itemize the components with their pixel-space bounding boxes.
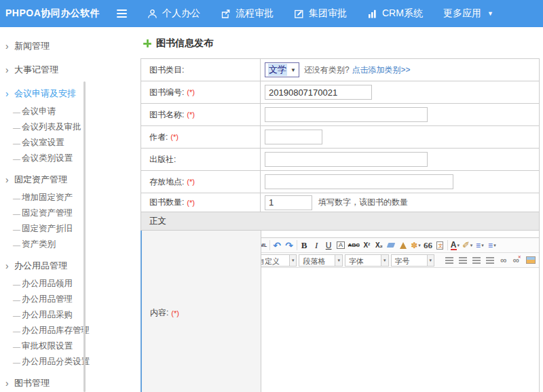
sidebar-item[interactable]: › 图书管理 bbox=[0, 373, 132, 392]
blockquote-icon[interactable]: 66 bbox=[423, 239, 433, 251]
unordered-list-icon[interactable]: ≡ ▾ bbox=[487, 239, 497, 251]
location-input[interactable] bbox=[265, 174, 453, 189]
align-justify-icon[interactable] bbox=[485, 254, 495, 266]
redo-icon[interactable]: ↷ bbox=[284, 239, 295, 251]
sidebar-item[interactable]: — 办公用品分类设置 bbox=[0, 354, 132, 370]
nav-item-personal-office[interactable]: 个人办公 bbox=[147, 7, 200, 20]
editor-content-area[interactable] bbox=[261, 268, 539, 392]
add-category-link[interactable]: 点击添加类别>> bbox=[352, 64, 411, 76]
sidebar-item[interactable]: › 办公用品管理 bbox=[0, 256, 132, 276]
font-color-icon[interactable]: A ▾ bbox=[450, 239, 460, 251]
item-prefix-icon: — bbox=[13, 358, 22, 366]
link-icon[interactable]: ∞ bbox=[498, 254, 508, 266]
align-right-icon[interactable] bbox=[471, 254, 481, 266]
quantity-input[interactable] bbox=[265, 195, 312, 210]
form-row-publisher: 出版社: bbox=[141, 149, 539, 171]
caret-down-icon: ▾ bbox=[427, 255, 434, 266]
eraser-icon[interactable] bbox=[386, 239, 396, 251]
font-size-select[interactable]: 字号 ▾ bbox=[391, 254, 435, 267]
item-prefix-icon: — bbox=[13, 210, 22, 218]
caret-down-icon: ▾ bbox=[481, 243, 484, 248]
sidebar-item[interactable]: — 审批权限设置 bbox=[0, 338, 132, 354]
align-left-icon[interactable] bbox=[444, 254, 454, 266]
quantity-label: 图书数量: bbox=[149, 197, 184, 208]
ordered-list-icon[interactable]: ≡ ▾ bbox=[474, 239, 485, 251]
html-source-icon[interactable]: HTML bbox=[261, 239, 267, 251]
sidebar-item[interactable]: › 大事记管理 bbox=[0, 60, 132, 80]
required-mark: (*) bbox=[187, 178, 195, 186]
subscript-icon[interactable]: X₂ bbox=[374, 239, 384, 251]
sidebar-item[interactable]: › 新闻管理 bbox=[0, 36, 132, 56]
sidebar-item[interactable]: — 会议类别设置 bbox=[0, 151, 132, 166]
bold-icon[interactable]: B bbox=[299, 239, 310, 251]
sidebar-item-label: 会议列表及审批 bbox=[22, 121, 81, 133]
author-input[interactable] bbox=[265, 130, 322, 144]
auto-typeset-icon[interactable]: ✽ ▾ bbox=[411, 239, 421, 251]
caret-down-icon: ▾ bbox=[418, 243, 421, 248]
sidebar-item-label: 会议申请及安排 bbox=[14, 87, 76, 100]
align-center-icon[interactable] bbox=[457, 254, 468, 266]
book-no-input[interactable] bbox=[265, 85, 372, 100]
sidebar-item[interactable]: — 办公用品库存管理 bbox=[0, 323, 132, 338]
sidebar-item[interactable]: › 固定资产管理 bbox=[0, 170, 132, 190]
caret-down-icon: ▾ bbox=[470, 243, 473, 248]
unlink-icon[interactable]: ∞ bbox=[512, 254, 522, 266]
menu-toggle-icon[interactable] bbox=[117, 9, 127, 18]
main-content: 图书信息发布 图书类目: 文学 ▼ 还没有类别? 点击添加类别>> 图书编号: … bbox=[132, 27, 543, 392]
nav-item-group-approval[interactable]: 集团审批 bbox=[294, 7, 347, 20]
sidebar-item[interactable]: — 办公用品采购 bbox=[0, 307, 132, 323]
category-label: 图书类目: bbox=[149, 64, 184, 76]
sidebar-scrollbar[interactable] bbox=[83, 81, 86, 392]
item-prefix-icon: › bbox=[5, 378, 14, 389]
strikethrough-icon[interactable]: ABC bbox=[348, 239, 360, 251]
underline-icon[interactable]: U bbox=[324, 239, 334, 251]
edit-square-icon bbox=[294, 9, 304, 19]
book-no-label: 图书编号: bbox=[149, 87, 184, 98]
location-label: 存放地点: bbox=[149, 176, 184, 188]
nav-item-workflow-approval[interactable]: 流程审批 bbox=[221, 7, 274, 20]
content-label: 内容: bbox=[150, 307, 168, 319]
separator bbox=[269, 240, 270, 250]
nav-item-crm-system[interactable]: CRM系统 bbox=[367, 7, 423, 20]
caret-down-icon: ▾ bbox=[381, 255, 388, 266]
superscript-icon[interactable]: X² bbox=[362, 239, 372, 251]
font-border-icon[interactable]: A bbox=[336, 239, 346, 251]
sidebar-item[interactable]: — 会议室设置 bbox=[0, 135, 132, 151]
sidebar-item[interactable]: — 固定资产管理 bbox=[0, 205, 132, 221]
item-prefix-icon: — bbox=[13, 241, 22, 249]
item-prefix-icon: — bbox=[13, 311, 22, 319]
sidebar-item-label: 新闻管理 bbox=[14, 40, 50, 52]
insert-image-icon[interactable] bbox=[525, 254, 536, 266]
add-plus-icon bbox=[143, 39, 151, 47]
undo-icon[interactable]: ↶ bbox=[272, 239, 282, 251]
font-family-select[interactable]: 字体 ▾ bbox=[345, 254, 389, 267]
sidebar-item-label: 办公用品管理 bbox=[14, 260, 67, 272]
custom-title-select[interactable]: 自定义标题 ▾ bbox=[261, 254, 297, 267]
sidebar-item[interactable]: — 办公用品领用 bbox=[0, 276, 132, 292]
item-prefix-icon: — bbox=[13, 155, 22, 163]
sidebar-item[interactable]: — 增加固定资产 bbox=[0, 190, 132, 205]
author-label: 作者: bbox=[149, 132, 168, 143]
rich-text-editor: HTML ↶ ↷ bbox=[261, 237, 539, 392]
format-brush-icon[interactable] bbox=[398, 239, 409, 251]
caret-down-icon: ▾ bbox=[289, 255, 297, 266]
sidebar-item[interactable]: — 固定资产折旧 bbox=[0, 221, 132, 237]
paragraph-format-select[interactable]: 段落格式 ▾ bbox=[299, 254, 343, 267]
sidebar-item[interactable]: — 资产类别 bbox=[0, 237, 132, 252]
category-select[interactable]: 文学 ▼ bbox=[265, 62, 299, 77]
sidebar-item-label: 资产类别 bbox=[22, 239, 56, 250]
sidebar-item[interactable]: — 会议列表及审批 bbox=[0, 119, 132, 135]
publisher-input[interactable] bbox=[265, 152, 428, 167]
sidebar-item[interactable]: › 会议申请及安排 bbox=[0, 83, 132, 104]
sidebar-item[interactable]: — 办公用品管理 bbox=[0, 292, 132, 307]
paste-text-icon[interactable] bbox=[435, 239, 445, 251]
nav-item-more-apps[interactable]: 更多应用 ▼ bbox=[443, 7, 493, 20]
sidebar-item[interactable]: — 会议申请 bbox=[0, 104, 132, 119]
book-name-input[interactable] bbox=[265, 107, 428, 122]
sidebar-item-label: 办公用品分类设置 bbox=[22, 356, 90, 368]
sidebar-item-label: 办公用品管理 bbox=[22, 294, 73, 305]
highlight-color-icon[interactable]: ✐ ▾ bbox=[462, 239, 472, 251]
separator bbox=[447, 240, 448, 250]
caret-down-icon: ▾ bbox=[335, 255, 342, 266]
italic-icon[interactable]: I bbox=[312, 239, 322, 251]
